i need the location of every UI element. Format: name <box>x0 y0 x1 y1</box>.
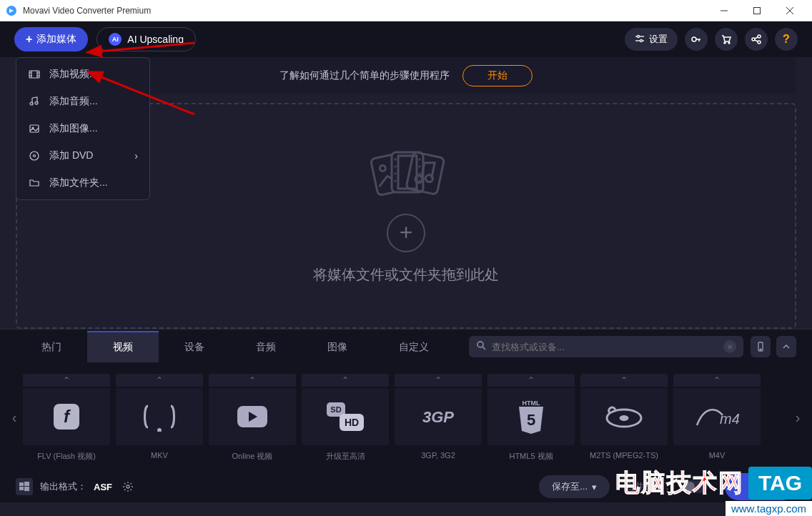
format-card-flv[interactable]: ⌃fFLV (Flash 视频) <box>23 374 110 462</box>
settings-label: 设置 <box>649 33 668 46</box>
merge-toggle[interactable] <box>683 480 708 493</box>
output-format-label: 输出格式： <box>40 480 86 493</box>
tab-audio[interactable]: 音频 <box>230 331 302 362</box>
svg-text:5: 5 <box>527 411 535 429</box>
add-audio-item[interactable]: 添加音频... <box>16 88 149 115</box>
svg-rect-68 <box>24 487 29 491</box>
search-input[interactable] <box>492 342 718 352</box>
format-card-html5[interactable]: ⌃HTML5HTML5 视频 <box>487 374 575 462</box>
share-button[interactable] <box>745 28 768 51</box>
format-search[interactable]: ✕ <box>469 336 743 357</box>
format-card-sdhd[interactable]: ⌃SDHD升级至高清 <box>302 374 389 462</box>
dvd-icon <box>28 149 41 162</box>
svg-point-15 <box>758 35 761 38</box>
main-toolbar: + 添加媒体 AI AI Upscaling 设置 ? <box>0 21 812 57</box>
svg-point-27 <box>35 101 38 104</box>
banner-start-button[interactable]: 开始 <box>462 65 533 86</box>
maximize-button[interactable] <box>741 0 773 21</box>
svg-point-37 <box>395 165 397 167</box>
svg-line-17 <box>755 37 758 39</box>
add-image-item[interactable]: 添加图像... <box>16 115 149 142</box>
save-to-button[interactable]: 保存至...▾ <box>539 475 610 498</box>
svg-point-26 <box>30 102 33 105</box>
close-button[interactable] <box>773 0 806 21</box>
add-dvd-item[interactable]: 添加 DVD › <box>16 142 149 169</box>
settings-button[interactable]: 设置 <box>625 28 678 51</box>
svg-point-13 <box>728 42 730 44</box>
svg-text:HD: HD <box>345 417 359 428</box>
format-card-3gp[interactable]: ⌃3GP3GP, 3G2 <box>395 374 482 462</box>
format-card-online[interactable]: ⌃Online 视频 <box>209 374 296 462</box>
dropzone-media-icons <box>352 148 460 201</box>
merge-files-label: 合并文件： <box>625 480 672 493</box>
svg-point-38 <box>395 172 397 174</box>
add-media-button[interactable]: + 添加媒体 <box>14 27 88 51</box>
format-icon-mkv <box>116 388 203 445</box>
svg-point-40 <box>419 158 421 160</box>
svg-point-63 <box>620 416 628 420</box>
cart-button[interactable] <box>715 28 738 51</box>
tab-video[interactable]: 视频 <box>87 331 159 362</box>
format-card-mkv[interactable]: ⌃MKV <box>116 374 203 462</box>
svg-point-46 <box>425 174 434 182</box>
svg-text:HTML: HTML <box>523 400 540 407</box>
tab-custom[interactable]: 自定义 <box>373 331 455 362</box>
carousel-prev-button[interactable]: ‹ <box>6 389 23 446</box>
svg-rect-67 <box>19 487 24 490</box>
svg-point-12 <box>724 42 726 44</box>
svg-point-41 <box>419 165 421 167</box>
folder-icon <box>28 177 41 189</box>
add-folder-item[interactable]: 添加文件夹... <box>16 169 149 197</box>
format-card-m4v[interactable]: ⌃m4vM4V <box>673 374 761 462</box>
help-button[interactable]: ? <box>775 28 798 51</box>
format-expand-flv[interactable]: ⌃ <box>23 374 110 387</box>
svg-rect-2 <box>754 7 761 14</box>
format-expand-bluray[interactable]: ⌃ <box>580 374 668 387</box>
bottom-bar: 输出格式： ASF 保存至...▾ 合并文件： 转换 <box>0 471 812 502</box>
key-button[interactable] <box>685 28 708 51</box>
format-expand-sdhd[interactable]: ⌃ <box>302 374 389 387</box>
add-folder-label: 添加文件夹... <box>49 177 108 189</box>
svg-point-39 <box>395 179 397 182</box>
tab-hot[interactable]: 热门 <box>16 331 87 362</box>
search-clear-button[interactable]: ✕ <box>723 340 736 353</box>
image-icon <box>28 122 41 135</box>
add-media-dropdown: 添加视频... 添加音频... 添加图像... 添加 DVD › 添加文件夹..… <box>16 57 150 200</box>
add-dvd-label: 添加 DVD <box>49 149 93 162</box>
add-video-item[interactable]: 添加视频... <box>16 61 149 88</box>
svg-point-31 <box>34 155 36 157</box>
format-icon-html5: HTML5 <box>487 388 575 445</box>
svg-point-14 <box>752 38 755 41</box>
format-label-sdhd: 升级至高清 <box>326 451 365 462</box>
output-settings-button[interactable] <box>119 478 137 495</box>
chevron-right-icon: › <box>134 150 138 162</box>
format-icon-m4v: m4v <box>673 388 761 445</box>
detect-device-button[interactable] <box>751 336 771 357</box>
carousel-next-button[interactable]: › <box>789 389 806 446</box>
ai-upscaling-button[interactable]: AI AI Upscaling <box>96 27 196 51</box>
format-label-m4v: M4V <box>709 451 726 460</box>
format-card-bluray[interactable]: ⌃M2TS (MPEG2-TS) <box>580 374 668 462</box>
svg-point-7 <box>638 35 640 37</box>
titlebar: Movavi Video Converter Premium <box>0 0 812 21</box>
convert-button[interactable]: 转换 <box>725 473 796 500</box>
tab-image[interactable]: 图像 <box>302 331 373 362</box>
minimize-button[interactable] <box>708 0 741 21</box>
svg-point-53 <box>159 429 161 431</box>
audio-icon <box>28 95 41 108</box>
format-icon-flv: f <box>23 388 110 445</box>
format-label-3gp: 3GP, 3G2 <box>421 451 455 460</box>
svg-point-42 <box>419 172 421 174</box>
format-expand-3gp[interactable]: ⌃ <box>395 374 482 387</box>
chevron-down-icon: ▾ <box>592 482 597 492</box>
collapse-button[interactable] <box>776 336 796 357</box>
tab-device[interactable]: 设备 <box>159 331 230 362</box>
format-expand-online[interactable]: ⌃ <box>209 374 296 387</box>
banner-text: 了解如何通过几个简单的步骤使用程序 <box>279 69 450 82</box>
format-expand-m4v[interactable]: ⌃ <box>673 374 761 387</box>
format-expand-html5[interactable]: ⌃ <box>487 374 575 387</box>
format-expand-mkv[interactable]: ⌃ <box>116 374 203 387</box>
format-carousel: ‹ ⌃fFLV (Flash 视频)⌃MKV⌃Online 视频⌃SDHD升级至… <box>0 364 812 471</box>
svg-point-8 <box>640 39 643 41</box>
add-media-label: 添加媒体 <box>36 33 76 46</box>
